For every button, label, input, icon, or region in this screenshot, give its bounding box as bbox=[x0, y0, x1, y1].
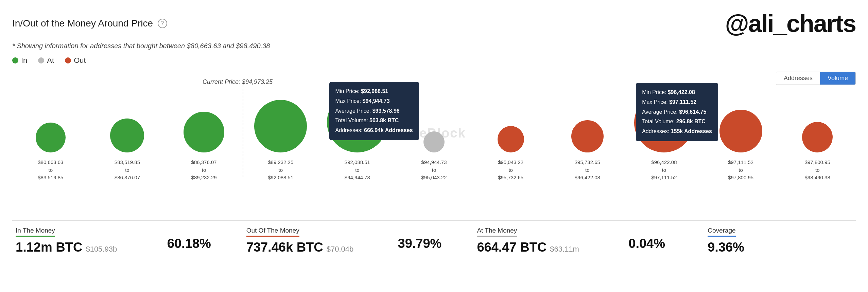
bubble-col-4: $89,232.25to$92,088.51 bbox=[242, 100, 319, 182]
bubble-col-7: $95,043.22to$95,732.65 bbox=[472, 126, 549, 182]
bubble-col-9: $96,422.08to$97,111.52 Min Price: $96,42… bbox=[626, 93, 702, 182]
price-range-5: $92,088.51to$94,944.73 bbox=[345, 159, 370, 182]
legend-dot-out bbox=[65, 57, 71, 63]
bubble-col-10: $97,111.52to$97,800.95 bbox=[702, 110, 779, 182]
bubble-9 bbox=[634, 93, 694, 152]
view-toggle: Addresses Volume bbox=[776, 72, 856, 85]
stat-sub-in: $105.93b bbox=[86, 245, 117, 254]
header-row: In/Out of the Money Around Price ? @ali_… bbox=[12, 10, 856, 37]
bubble-3 bbox=[184, 112, 224, 152]
stat-pct-at: 0.04% bbox=[628, 236, 665, 251]
price-range-11: $97,800.95to$98,490.38 bbox=[805, 159, 830, 182]
legend-dot-at bbox=[38, 57, 44, 63]
stat-block-out: Out Of The Money 737.46k BTC $70.04b bbox=[243, 227, 395, 255]
legend-dot-in bbox=[12, 57, 18, 63]
legend-item-at: At bbox=[38, 56, 54, 65]
bubble-7 bbox=[498, 126, 524, 152]
stat-value-row-in: 1.12m BTC $105.93b bbox=[16, 240, 160, 255]
stats-row: In The Money 1.12m BTC $105.93b 60.18% O… bbox=[12, 220, 856, 255]
stat-value-row-coverage: 9.36% bbox=[708, 240, 852, 255]
bubble-1 bbox=[36, 123, 66, 152]
stat-block-at-pct: 0.04% bbox=[625, 227, 704, 251]
current-price-line bbox=[243, 82, 243, 177]
bubble-col-8: $95,732.65to$96,422.08 bbox=[549, 120, 626, 182]
price-range-3: $86,376.07to$89,232.29 bbox=[191, 159, 217, 182]
stat-block-at: At The Money 664.47 BTC $63.11m bbox=[473, 227, 625, 255]
bubble-col-2: $83,519.85to$86,376.07 bbox=[89, 118, 166, 182]
price-range-7: $95,043.22to$95,732.65 bbox=[498, 159, 523, 182]
price-range-2: $83,519.85to$86,376.07 bbox=[115, 159, 140, 182]
stat-block-in: In The Money 1.12m BTC $105.93b bbox=[12, 227, 164, 255]
bubble-col-1: $80,663.63to$83,519.85 bbox=[12, 123, 89, 182]
legend-item-out: Out bbox=[65, 56, 86, 65]
chart-area: Addresses Volume Current Price: $94,973.… bbox=[12, 72, 856, 218]
help-icon[interactable]: ? bbox=[158, 19, 167, 28]
main-container: In/Out of the Money Around Price ? @ali_… bbox=[0, 0, 868, 292]
bubble-6 bbox=[423, 131, 445, 152]
stat-label-in: In The Money bbox=[16, 227, 55, 237]
bubble-col-3: $86,376.07to$89,232.29 bbox=[166, 112, 242, 182]
bubbles-row: $80,663.63to$83,519.85 $83,519.85to$86,3… bbox=[12, 92, 856, 182]
stat-block-coverage: Coverage 9.36% bbox=[704, 227, 856, 255]
stat-label-at: At The Money bbox=[477, 227, 517, 237]
price-range-1: $80,663.63to$83,519.85 bbox=[38, 159, 63, 182]
stat-main-in: 1.12m BTC bbox=[16, 240, 82, 255]
watermark: @ali_charts bbox=[725, 10, 856, 37]
bubble-4 bbox=[254, 100, 307, 152]
bubble-2 bbox=[110, 118, 144, 152]
stat-sub-at: $63.11m bbox=[550, 245, 579, 254]
price-range-6: $94,944.73to$95,043.22 bbox=[421, 159, 447, 182]
stat-label-out: Out Of The Money bbox=[246, 227, 299, 237]
stat-pct-out: 39.79% bbox=[398, 236, 442, 251]
stat-pct-in: 60.18% bbox=[167, 236, 211, 251]
legend-label-at: At bbox=[47, 56, 54, 65]
toggle-volume[interactable]: Volume bbox=[820, 72, 855, 85]
current-price-label: Current Price: $94,973.25 bbox=[203, 78, 273, 86]
chart-title: In/Out of the Money Around Price bbox=[12, 18, 153, 29]
stat-value-row-at: 664.47 BTC $63.11m bbox=[477, 240, 622, 255]
stat-label-coverage: Coverage bbox=[708, 227, 735, 237]
stat-value-row-out: 737.46k BTC $70.04b bbox=[246, 240, 391, 255]
toggle-addresses[interactable]: Addresses bbox=[776, 72, 820, 85]
bubble-5 bbox=[327, 92, 387, 152]
stat-sub-out: $70.04b bbox=[327, 245, 354, 254]
stat-main-coverage: 9.36% bbox=[708, 240, 744, 255]
legend-label-in: In bbox=[21, 56, 27, 65]
legend-item-in: In bbox=[12, 56, 27, 65]
stat-main-out: 737.46k BTC bbox=[246, 240, 323, 255]
subtitle: * Showing information for addresses that… bbox=[12, 42, 856, 50]
price-range-4: $89,232.25to$92,088.51 bbox=[268, 159, 293, 182]
stat-main-at: 664.47 BTC bbox=[477, 240, 546, 255]
bubble-col-11: $97,800.95to$98,490.38 bbox=[779, 122, 856, 182]
bubble-col-6: $94,944.73to$95,043.22 bbox=[396, 131, 472, 182]
stat-block-out-pct: 39.79% bbox=[395, 227, 474, 251]
bubble-8 bbox=[571, 120, 604, 152]
stat-block-in-pct: 60.18% bbox=[164, 227, 243, 251]
price-range-9: $96,422.08to$97,111.52 bbox=[651, 159, 677, 182]
price-range-10: $97,111.52to$97,800.95 bbox=[728, 159, 753, 182]
price-range-8: $95,732.65to$96,422.08 bbox=[575, 159, 600, 182]
bubble-11 bbox=[802, 122, 833, 152]
bubble-10 bbox=[719, 110, 762, 152]
legend-label-out: Out bbox=[74, 56, 86, 65]
legend: In At Out bbox=[12, 56, 856, 65]
bubble-col-5: $92,088.51to$94,944.73 Min Price: $92,08… bbox=[319, 92, 396, 182]
